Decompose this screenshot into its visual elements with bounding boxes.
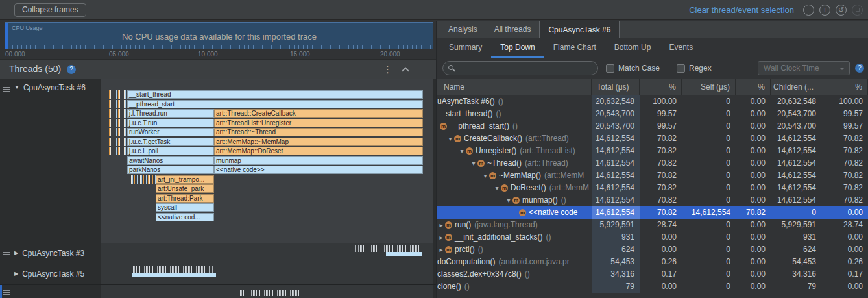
column-header-self-s[interactable]: Self (μs) xyxy=(682,79,736,95)
flame-bar[interactable]: art:Unsafe_park xyxy=(156,184,214,193)
expand-chevron-icon[interactable]: ▾ xyxy=(446,132,454,145)
table-row[interactable]: ▾mmunmap()()14,612,55470.8200.0014,612,5… xyxy=(437,194,868,206)
expand-chevron-icon[interactable]: ▾ xyxy=(493,182,501,194)
method-name: Unregister() xyxy=(476,145,516,157)
drag-handle-icon[interactable] xyxy=(3,290,10,295)
table-row[interactable]: m<<native code14,612,55470.8214,612,5547… xyxy=(437,206,868,219)
table-row[interactable]: m__pthread_start()()20,543,70099.5700.00… xyxy=(437,120,868,132)
table-row[interactable]: ▾mDoReset()(art::MemM14,612,55470.8200.0… xyxy=(437,182,868,194)
table-row[interactable]: classes2.dex+0x347c8()()34,3160.1700.003… xyxy=(437,268,868,280)
table-row[interactable]: ▸mprctl()()6240.0000.006240.00 xyxy=(437,243,868,256)
table-row[interactable]: ▾mCreateCallback()(art::Thread)14,612,55… xyxy=(437,132,868,145)
expand-chevron-icon[interactable]: ▸ xyxy=(437,231,445,243)
help-icon[interactable] xyxy=(855,64,864,73)
flame-bar[interactable]: parkNanos xyxy=(127,166,214,174)
expand-chevron-icon[interactable]: ▸ xyxy=(437,243,445,256)
column-header-percent[interactable]: % xyxy=(736,79,771,95)
flame-bar[interactable]: <<native code>> xyxy=(214,166,423,174)
thread-label[interactable]: CpuAsyncTask #5 xyxy=(14,269,84,279)
column-header-name[interactable]: Name xyxy=(437,79,592,95)
table-row[interactable]: ▾mUnregister()(art::ThreadList)14,612,55… xyxy=(437,145,868,157)
drag-handle-icon[interactable] xyxy=(3,252,10,256)
table-row[interactable]: clone()()790.0000.00790.00 xyxy=(437,280,868,293)
regex-option[interactable]: Regex xyxy=(677,61,712,75)
subtab-bottom-up[interactable]: Bottom Up xyxy=(605,38,660,58)
thread-row-cpuasynctask-3[interactable]: CpuAsyncTask #3 xyxy=(0,243,436,264)
table-row[interactable]: ▸mrun()(java.lang.Thread)5,929,59128.740… xyxy=(437,219,868,231)
tab-analysis[interactable]: Analysis xyxy=(440,21,486,38)
name-cell: ▾mCreateCallback()(art::Thread) xyxy=(437,132,592,145)
subtab-top-down[interactable]: Top Down xyxy=(491,38,544,58)
subtab-events[interactable]: Events xyxy=(660,38,702,58)
thread-row-cpuasynctask-5[interactable]: CpuAsyncTask #5 xyxy=(0,264,436,284)
expand-triangle-icon[interactable] xyxy=(14,271,18,277)
topdown-table-header: NameTotal (μs)%Self (μs)%Children (...% xyxy=(437,79,868,95)
flame-bar[interactable]: j.u.c.L.poll xyxy=(127,147,214,155)
flame-bar[interactable]: art:Thread:Park xyxy=(156,194,214,203)
flame-bar[interactable]: art::ThreadList::Unregister xyxy=(214,119,423,127)
collapse-frames-button[interactable]: Collapse frames xyxy=(14,3,86,17)
flame-bar[interactable]: __pthread_start xyxy=(127,100,423,108)
column-header-percent[interactable]: % xyxy=(821,79,868,95)
table-row[interactable]: doComputation()(android.com.java.pr54,45… xyxy=(437,256,868,268)
method-package: () xyxy=(546,231,551,243)
tab-cpuasynctask-6[interactable]: CpuAsyncTask #6 xyxy=(539,21,620,38)
flame-bar[interactable]: art::Thread::CreateCallback xyxy=(214,109,423,118)
search-input[interactable] xyxy=(442,61,598,75)
expand-chevron-icon[interactable]: ▾ xyxy=(470,157,477,169)
flame-bar[interactable]: art::MemMap::DoReset xyxy=(214,147,423,155)
timeline-tick-label: 05.000 xyxy=(109,51,129,58)
flame-bar[interactable]: __start_thread xyxy=(127,90,423,99)
table-row[interactable]: ▾m~Thread()(art::Thread)14,612,55470.820… xyxy=(437,157,868,169)
thread-label[interactable]: CpuAsyncTask #6 xyxy=(14,83,86,92)
value-cell: 70.82 xyxy=(736,206,771,219)
drag-handle-icon[interactable] xyxy=(3,273,10,277)
table-row[interactable]: ▸m__init_additional_stacks()()9310.0000.… xyxy=(437,231,868,243)
expand-triangle-icon[interactable] xyxy=(14,85,19,90)
drag-handle-icon[interactable] xyxy=(3,87,10,92)
match-case-option[interactable]: Match Case xyxy=(606,61,660,75)
flame-bar[interactable]: munmap xyxy=(214,156,423,165)
regex-checkbox[interactable] xyxy=(677,64,685,73)
flame-bar[interactable]: syscall xyxy=(156,203,214,212)
match-case-checkbox[interactable] xyxy=(606,64,614,73)
help-icon[interactable] xyxy=(67,65,76,74)
expand-chevron-icon[interactable]: ▾ xyxy=(481,169,489,182)
expand-chevron-icon[interactable]: ▾ xyxy=(505,194,512,206)
thread-row-partial[interactable] xyxy=(0,284,436,298)
reset-zoom-icon[interactable]: ↺ xyxy=(836,5,847,16)
expand-chevron-icon[interactable]: ▸ xyxy=(437,219,445,231)
flame-bar[interactable]: art_jni_trampo... xyxy=(156,175,214,184)
method-name: <<native code xyxy=(529,206,577,219)
kebab-menu-icon[interactable] xyxy=(383,64,392,75)
zoom-out-icon[interactable]: − xyxy=(803,5,814,16)
column-header-total-s[interactable]: Total (μs) xyxy=(592,79,640,95)
flame-bar[interactable]: j.l.Thread.run xyxy=(127,109,214,118)
value-cell: 0.00 xyxy=(736,256,771,268)
expand-chevron-icon[interactable]: ▾ xyxy=(458,145,466,157)
flame-bar[interactable]: runWorker xyxy=(127,128,214,136)
flame-bar[interactable]: awaitNanos xyxy=(127,156,214,165)
flame-bar[interactable]: <<native cod... xyxy=(156,213,214,221)
clear-selection-link[interactable]: Clear thread/event selection xyxy=(689,5,794,15)
table-row[interactable]: ▾m~MemMap()(art::MemM14,612,55470.8200.0… xyxy=(437,169,868,182)
subtab-summary[interactable]: Summary xyxy=(440,38,491,58)
subtab-flame-chart[interactable]: Flame Chart xyxy=(544,38,605,58)
flame-bar[interactable]: j.u.c.T.getTask xyxy=(127,138,214,146)
flame-bar[interactable]: art::MemMap::~MemMap xyxy=(214,138,423,146)
table-row[interactable]: uAsyncTask #6()()20,632,548100.0000.0020… xyxy=(437,95,868,108)
column-header-percent[interactable]: % xyxy=(640,79,682,95)
flame-bar[interactable]: j.u.c.T.run xyxy=(127,119,214,127)
table-row[interactable]: __start_thread()()20,543,70099.5700.0020… xyxy=(437,108,868,120)
value-cell: 0.00 xyxy=(736,108,771,120)
collapse-panel-icon[interactable] xyxy=(402,67,409,74)
flame-bar[interactable]: art::Thread::~Thread xyxy=(214,128,423,136)
timeline-tick-label: 00.000 xyxy=(5,51,25,58)
column-header-children[interactable]: Children (... xyxy=(771,79,821,95)
thread-row-cpuasynctask-6[interactable]: CpuAsyncTask #6 __start_thread__pthread_… xyxy=(0,79,436,243)
clock-type-dropdown[interactable]: Wall Clock Time xyxy=(758,61,850,75)
expand-triangle-icon[interactable] xyxy=(14,251,18,256)
zoom-in-icon[interactable]: + xyxy=(819,5,830,16)
tab-all-threads[interactable]: All threads xyxy=(486,21,540,38)
thread-label[interactable]: CpuAsyncTask #3 xyxy=(14,249,84,258)
